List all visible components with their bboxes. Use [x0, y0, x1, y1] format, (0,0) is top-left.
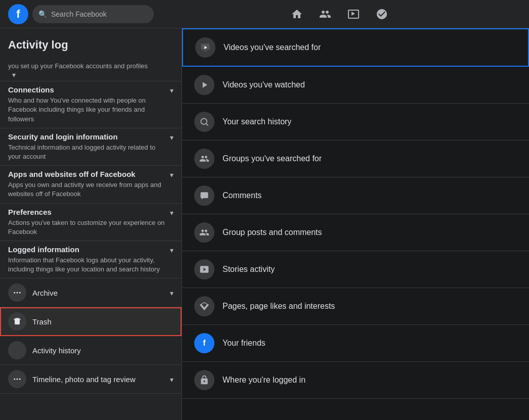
logged-in-label: Where you're logged in [223, 376, 305, 385]
main-layout: Activity log you set up your Facebook ac… [0, 28, 529, 420]
connections-title: Connections [8, 85, 166, 94]
videos-searched-label: Videos you've searched for [224, 43, 321, 52]
connections-content: Connections Who and how You've connected… [8, 85, 166, 124]
timeline-review-chevron-icon: ▾ [170, 376, 173, 384]
connections-header: Connections Who and how You've connected… [8, 85, 173, 124]
content-item-videos-searched[interactable]: Videos you've searched for [182, 28, 529, 67]
home-icon [291, 8, 303, 20]
trash-icon [8, 312, 26, 331]
stories-icon [194, 259, 214, 279]
apps-header: Apps and websites off of Facebook Apps y… [8, 170, 173, 199]
videos-watched-icon [194, 75, 214, 95]
preferences-chevron-icon: ▾ [170, 209, 173, 217]
group-posts-label: Group posts and comments [223, 228, 322, 237]
nav-center [158, 2, 521, 26]
sidebar-item-logged[interactable]: Logged information Information that Face… [0, 241, 182, 278]
logged-chevron-icon: ▾ [170, 246, 173, 254]
logged-in-icon [194, 370, 214, 390]
svg-point-6 [19, 379, 21, 380]
apps-desc: Apps you own and activity we receive fro… [8, 180, 166, 199]
content-item-videos-watched[interactable]: Videos you've watched [182, 67, 529, 104]
comments-label: Comments [223, 191, 261, 200]
content-item-comments[interactable]: Comments [182, 177, 529, 214]
apps-chevron-icon: ▾ [170, 171, 173, 179]
logged-title: Logged information [8, 245, 166, 254]
logged-content: Logged information Information that Face… [8, 245, 166, 274]
topnav: f 🔍 Search Facebook [0, 0, 529, 28]
activity-history-icon [8, 341, 26, 359]
svg-rect-3 [15, 319, 20, 325]
archive-icon [8, 284, 26, 302]
sidebar-item-trash[interactable]: Trash [0, 307, 182, 336]
timeline-review-label: Timeline, photo and tag review [32, 375, 160, 384]
content-item-groups-searched[interactable]: Groups you've searched for [182, 141, 529, 177]
page-title: Activity log [0, 28, 182, 58]
content-item-group-posts[interactable]: Group posts and comments [182, 214, 529, 251]
search-placeholder: Search Facebook [51, 10, 107, 18]
preferences-header: Preferences Actions you've taken to cust… [8, 208, 173, 237]
friends-label: Your friends [223, 339, 266, 348]
friends-content-icon: f [194, 333, 214, 353]
apps-content: Apps and websites off of Facebook Apps y… [8, 170, 166, 199]
facebook-logo[interactable]: f [8, 4, 28, 24]
archive-label: Archive [32, 289, 160, 297]
timeline-review-icon [8, 370, 26, 388]
security-title: Security and login information [8, 132, 166, 141]
videos-searched-icon [195, 37, 215, 58]
svg-point-5 [17, 379, 18, 380]
search-bar[interactable]: 🔍 Search Facebook [32, 5, 154, 23]
friends-nav-button[interactable] [313, 2, 337, 26]
friends-icon [319, 8, 331, 20]
watch-nav-button[interactable] [341, 2, 366, 26]
sidebar-item-timeline-review[interactable]: Timeline, photo and tag review ▾ [0, 365, 182, 394]
group-posts-icon [194, 222, 214, 243]
groups-searched-icon [194, 149, 214, 169]
partial-chevron-icon: ▾ [12, 71, 16, 79]
sidebar-item-connections[interactable]: Connections Who and how You've connected… [0, 81, 182, 128]
svg-point-2 [19, 292, 21, 294]
security-header: Security and login information Technical… [8, 132, 173, 161]
apps-title: Apps and websites off of Facebook [8, 170, 166, 178]
content-item-friends[interactable]: f Your friends [182, 325, 529, 362]
profile-nav-button[interactable] [370, 2, 394, 26]
sidebar-item-archive[interactable]: Archive ▾ [0, 278, 182, 307]
home-nav-button[interactable] [285, 2, 309, 26]
connections-desc: Who and how You've connected with people… [8, 96, 166, 124]
content-item-logged-in[interactable]: Where you're logged in [182, 362, 529, 399]
stories-label: Stories activity [223, 265, 275, 274]
logged-desc: Information that Facebook logs about you… [8, 256, 166, 274]
svg-point-1 [17, 292, 18, 294]
sidebar-item-activity-history[interactable]: Activity history [0, 336, 182, 365]
content-item-stories[interactable]: Stories activity [182, 251, 529, 288]
security-content: Security and login information Technical… [8, 132, 166, 161]
svg-rect-8 [203, 51, 207, 52]
activity-history-label: Activity history [32, 346, 173, 355]
content-item-pages[interactable]: Pages, page likes and interests [182, 288, 529, 325]
preferences-content: Preferences Actions you've taken to cust… [8, 208, 166, 237]
svg-point-4 [14, 379, 15, 380]
svg-point-9 [201, 118, 207, 124]
videos-watched-label: Videos you've watched [223, 80, 305, 89]
search-history-icon [194, 112, 214, 132]
connections-chevron-icon: ▾ [170, 86, 173, 95]
sidebar-partial-desc: you set up your Facebook accounts and pr… [8, 62, 173, 71]
pages-icon [194, 296, 214, 316]
sidebar-item-security[interactable]: Security and login information Technical… [0, 128, 182, 166]
pages-label: Pages, page likes and interests [223, 302, 335, 311]
comments-icon [194, 185, 214, 206]
security-chevron-icon: ▾ [170, 133, 173, 142]
preferences-desc: Actions you've taken to customize your e… [8, 218, 166, 237]
sidebar-partial-top: you set up your Facebook accounts and pr… [0, 58, 182, 81]
sidebar-item-preferences[interactable]: Preferences Actions you've taken to cust… [0, 204, 182, 241]
content-item-search-history[interactable]: Your search history [182, 104, 529, 141]
svg-point-0 [14, 292, 15, 294]
sidebar-item-apps[interactable]: Apps and websites off of Facebook Apps y… [0, 166, 182, 203]
archive-chevron-icon: ▾ [170, 289, 173, 297]
trash-label: Trash [32, 317, 173, 326]
security-desc: Technical information and logged activit… [8, 143, 166, 161]
groups-searched-label: Groups you've searched for [223, 154, 322, 163]
profile-icon [376, 8, 388, 20]
search-icon: 🔍 [38, 10, 47, 18]
search-history-label: Your search history [223, 117, 291, 126]
logged-header: Logged information Information that Face… [8, 245, 173, 274]
